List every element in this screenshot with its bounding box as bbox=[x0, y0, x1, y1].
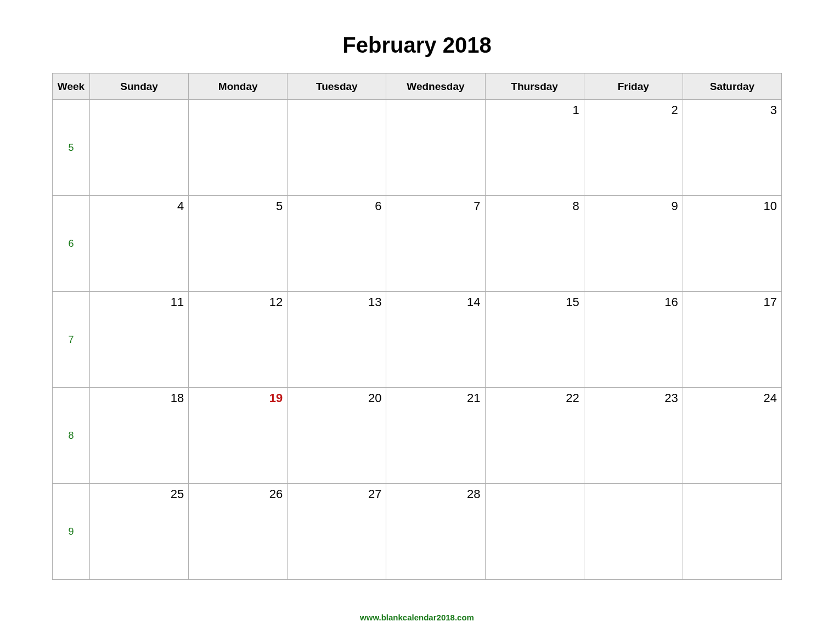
day-cell: 9 bbox=[584, 196, 683, 292]
day-cell: 26 bbox=[189, 484, 288, 580]
day-cell: 8 bbox=[485, 196, 584, 292]
day-cell bbox=[288, 100, 386, 196]
week-number: 9 bbox=[53, 484, 90, 580]
week-number: 8 bbox=[53, 388, 90, 484]
calendar-row: 818192021222324 bbox=[53, 388, 782, 484]
day-cell: 14 bbox=[386, 292, 485, 388]
week-number: 5 bbox=[53, 100, 90, 196]
calendar-row: 645678910 bbox=[53, 196, 782, 292]
week-number: 6 bbox=[53, 196, 90, 292]
footer-credit: www.blankcalendar2018.com bbox=[0, 613, 834, 622]
day-cell: 15 bbox=[485, 292, 584, 388]
day-cell bbox=[683, 484, 781, 580]
day-cell: 22 bbox=[485, 388, 584, 484]
calendar-row: 711121314151617 bbox=[53, 292, 782, 388]
header-day-monday: Monday bbox=[189, 74, 288, 100]
day-cell bbox=[584, 484, 683, 580]
calendar-title: February 2018 bbox=[52, 33, 782, 58]
day-cell: 6 bbox=[288, 196, 386, 292]
day-cell: 16 bbox=[584, 292, 683, 388]
calendar-table: Week Sunday Monday Tuesday Wednesday Thu… bbox=[52, 73, 782, 580]
day-cell: 1 bbox=[485, 100, 584, 196]
header-day-tuesday: Tuesday bbox=[288, 74, 386, 100]
day-cell: 3 bbox=[683, 100, 781, 196]
header-day-saturday: Saturday bbox=[683, 74, 781, 100]
day-cell: 27 bbox=[288, 484, 386, 580]
header-day-thursday: Thursday bbox=[485, 74, 584, 100]
day-cell: 21 bbox=[386, 388, 485, 484]
day-cell: 17 bbox=[683, 292, 781, 388]
day-cell: 2 bbox=[584, 100, 683, 196]
day-cell: 13 bbox=[288, 292, 386, 388]
day-cell: 4 bbox=[90, 196, 189, 292]
header-day-wednesday: Wednesday bbox=[386, 74, 485, 100]
calendar-container: February 2018 Week Sunday Monday Tuesday… bbox=[0, 0, 834, 580]
day-cell: 10 bbox=[683, 196, 781, 292]
header-day-friday: Friday bbox=[584, 74, 683, 100]
day-cell bbox=[485, 484, 584, 580]
day-cell bbox=[189, 100, 288, 196]
day-cell: 18 bbox=[90, 388, 189, 484]
calendar-row: 925262728 bbox=[53, 484, 782, 580]
header-day-sunday: Sunday bbox=[90, 74, 189, 100]
header-row: Week Sunday Monday Tuesday Wednesday Thu… bbox=[53, 74, 782, 100]
day-cell bbox=[386, 100, 485, 196]
day-cell: 28 bbox=[386, 484, 485, 580]
day-cell: 7 bbox=[386, 196, 485, 292]
day-cell: 23 bbox=[584, 388, 683, 484]
day-cell bbox=[90, 100, 189, 196]
day-cell: 12 bbox=[189, 292, 288, 388]
day-cell: 25 bbox=[90, 484, 189, 580]
header-week: Week bbox=[53, 74, 90, 100]
day-cell: 19 bbox=[189, 388, 288, 484]
day-cell: 24 bbox=[683, 388, 781, 484]
day-cell: 5 bbox=[189, 196, 288, 292]
calendar-row: 5123 bbox=[53, 100, 782, 196]
day-cell: 20 bbox=[288, 388, 386, 484]
day-cell: 11 bbox=[90, 292, 189, 388]
week-number: 7 bbox=[53, 292, 90, 388]
